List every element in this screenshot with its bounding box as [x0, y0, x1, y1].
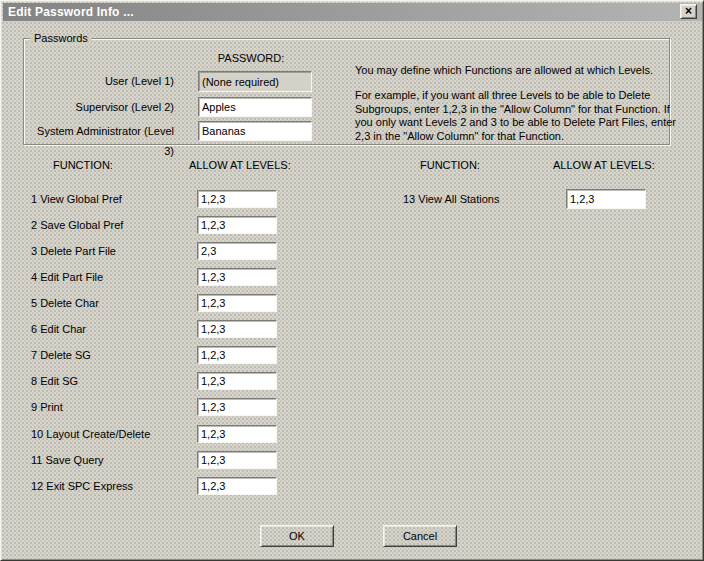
- function-label: 13 View All Stations: [403, 189, 499, 209]
- password-column-header: PASSWORD:: [176, 52, 326, 64]
- close-button[interactable]: ×: [680, 4, 697, 19]
- passwords-legend: Passwords: [30, 32, 92, 45]
- close-icon: ×: [685, 6, 692, 17]
- allow-levels-input[interactable]: [197, 372, 277, 390]
- title-bar: Edit Password Info ... ×: [3, 3, 702, 21]
- allow-levels-input[interactable]: [197, 398, 277, 416]
- function-label: 2 Save Global Pref: [31, 216, 123, 234]
- help-text-line1: You may define which Functions are allow…: [355, 64, 677, 77]
- system-admin-level3-password-input[interactable]: [198, 121, 312, 141]
- system-admin-level3-label: System Administrator (Level 3): [32, 121, 174, 161]
- allow-levels-header-right: ALLOW AT LEVELS:: [553, 159, 655, 172]
- function-label: 1 View Global Pref: [31, 190, 122, 208]
- allow-levels-input[interactable]: [197, 242, 277, 260]
- allow-levels-header-left: ALLOW AT LEVELS:: [189, 159, 291, 172]
- function-label: 7 Delete SG: [31, 346, 91, 364]
- help-text: You may define which Functions are allow…: [355, 64, 677, 143]
- allow-levels-input[interactable]: [197, 320, 277, 338]
- allow-levels-input[interactable]: [197, 346, 277, 364]
- function-label: 6 Edit Char: [31, 320, 86, 338]
- function-label: 5 Delete Char: [31, 294, 99, 312]
- function-label: 8 Edit SG: [31, 372, 78, 390]
- supervisor-level2-password-input[interactable]: [198, 97, 312, 117]
- function-header-left: FUNCTION:: [53, 159, 113, 172]
- cancel-button[interactable]: Cancel: [383, 525, 457, 547]
- user-level1-label: User (Level 1): [32, 71, 174, 92]
- function-label: 4 Edit Part File: [31, 268, 103, 286]
- help-text-paragraph: For example, if you want all three Level…: [355, 89, 677, 143]
- ok-button[interactable]: OK: [260, 525, 334, 547]
- allow-levels-input[interactable]: [197, 294, 277, 312]
- allow-levels-input[interactable]: [197, 451, 277, 469]
- edit-password-info-dialog: Edit Password Info ... × Passwords PASSW…: [0, 0, 704, 561]
- user-level1-password-input: [198, 71, 312, 92]
- function-label: 9 Print: [31, 398, 63, 416]
- allow-levels-input[interactable]: [566, 189, 646, 209]
- function-label: 3 Delete Part File: [31, 242, 116, 260]
- function-label: 12 Exit SPC Express: [31, 477, 133, 495]
- allow-levels-input[interactable]: [197, 268, 277, 286]
- allow-levels-input[interactable]: [197, 477, 277, 495]
- supervisor-level2-label: Supervisor (Level 2): [32, 97, 174, 117]
- allow-levels-input[interactable]: [197, 425, 277, 443]
- allow-levels-input[interactable]: [197, 190, 277, 208]
- passwords-groupbox: Passwords PASSWORD: User (Level 1) Super…: [23, 38, 670, 145]
- window-title: Edit Password Info ...: [8, 5, 134, 19]
- allow-levels-input[interactable]: [197, 216, 277, 234]
- function-label: 10 Layout Create/Delete: [31, 425, 150, 443]
- function-header-right: FUNCTION:: [420, 159, 480, 172]
- function-label: 11 Save Query: [31, 451, 104, 469]
